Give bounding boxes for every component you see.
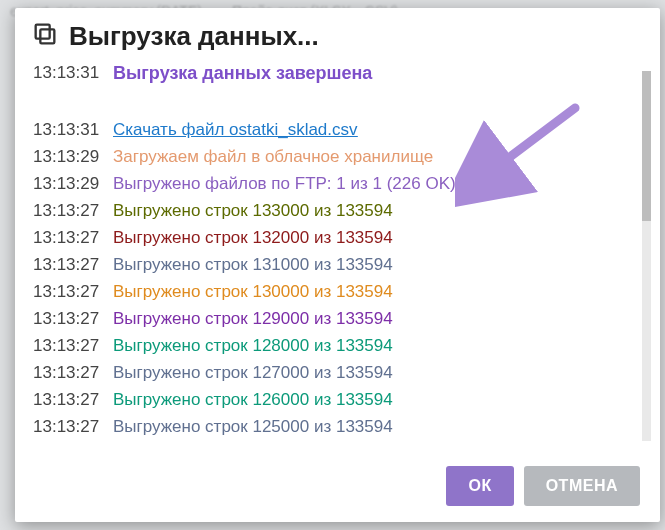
log-row: 13:13:27Выгружено строк 126000 из 133594 xyxy=(33,387,654,414)
log-row: 13:13:27Выгружено строк 129000 из 133594 xyxy=(33,306,654,333)
log-message: Выгружено строк 128000 из 133594 xyxy=(113,333,654,359)
svg-rect-1 xyxy=(36,25,50,39)
log-timestamp: 13:13:27 xyxy=(33,252,113,278)
log-timestamp: 13:13:27 xyxy=(33,306,113,332)
log-timestamp: 13:13:27 xyxy=(33,225,113,251)
log-message: Выгружено файлов по FTP: 1 из 1 (226 OK) xyxy=(113,171,654,197)
dialog-title: Выгрузка данных... xyxy=(69,21,319,52)
log-message: Выгружено строк 125000 из 133594 xyxy=(113,414,654,440)
ok-button[interactable]: ОК xyxy=(446,466,513,506)
log-message: Загружаем файл в облачное хранилище xyxy=(113,144,654,170)
log-message: Выгрузка данных завершена xyxy=(113,60,654,86)
log-timestamp: 13:13:29 xyxy=(33,171,113,197)
log-timestamp: 13:13:27 xyxy=(33,333,113,359)
dialog-footer: ОК ОТМЕНА xyxy=(15,454,660,522)
cancel-button[interactable]: ОТМЕНА xyxy=(524,466,640,506)
log-message: Выгружено строк 126000 из 133594 xyxy=(113,387,654,413)
log-row: 13:13:27Выгружено строк 132000 из 133594 xyxy=(33,225,654,252)
log-timestamp: 13:13:27 xyxy=(33,387,113,413)
log-message: Выгружено строк 130000 из 133594 xyxy=(113,279,654,305)
log-row: 13:13:27Выгружено строк 130000 из 133594 xyxy=(33,279,654,306)
log-row: 13:13:27Выгружено строк 133000 из 133594 xyxy=(33,198,654,225)
log-panel: 13:13:31Выгрузка данных завершена13:13:3… xyxy=(15,60,660,454)
log-row: 13:13:31Скачать файл ostatki_sklad.csv xyxy=(33,117,654,144)
log-timestamp: 13:13:27 xyxy=(33,360,113,386)
scrollbar-thumb[interactable] xyxy=(642,71,651,221)
scrollbar[interactable] xyxy=(642,71,651,441)
log-timestamp: 13:13:27 xyxy=(33,414,113,440)
log-row: 13:13:31Выгрузка данных завершена xyxy=(33,60,654,87)
log-timestamp: 13:13:31 xyxy=(33,117,113,143)
log-timestamp: 13:13:27 xyxy=(33,198,113,224)
copy-icon xyxy=(31,20,59,52)
log-message: Выгружено строк 131000 из 133594 xyxy=(113,252,654,278)
export-dialog: Выгрузка данных... 13:13:31Выгрузка данн… xyxy=(15,8,660,522)
download-link[interactable]: Скачать файл ostatki_sklad.csv xyxy=(113,120,358,139)
log-timestamp: 13:13:31 xyxy=(33,60,113,86)
log-row: 13:13:29Загружаем файл в облачное хранил… xyxy=(33,144,654,171)
log-row: 13:13:27Выгружено строк 128000 из 133594 xyxy=(33,333,654,360)
log-timestamp: 13:13:29 xyxy=(33,144,113,170)
log-row: 13:13:29Выгружено файлов по FTP: 1 из 1 … xyxy=(33,171,654,198)
log-row: 13:13:27Выгружено строк 131000 из 133594 xyxy=(33,252,654,279)
log-message: Выгружено строк 129000 из 133594 xyxy=(113,306,654,332)
log-message: Выгружено строк 133000 из 133594 xyxy=(113,198,654,224)
log-timestamp: 13:13:27 xyxy=(33,279,113,305)
svg-rect-0 xyxy=(40,29,54,43)
log-row: 13:13:27Выгружено строк 127000 из 133594 xyxy=(33,360,654,387)
log-message: Выгружено строк 132000 из 133594 xyxy=(113,225,654,251)
log-row: 13:13:27Выгружено строк 125000 из 133594 xyxy=(33,414,654,441)
dialog-header: Выгрузка данных... xyxy=(15,8,660,60)
download-link[interactable]: Скачать файл ostatki_sklad.csv xyxy=(113,117,654,143)
log-message: Выгружено строк 127000 из 133594 xyxy=(113,360,654,386)
